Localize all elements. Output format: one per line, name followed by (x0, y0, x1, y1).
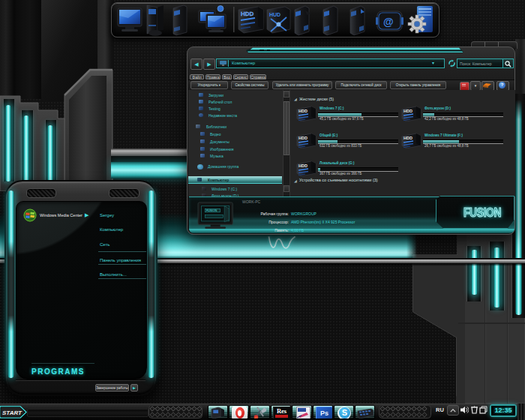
svg-text:@: @ (383, 16, 394, 28)
svg-text:HUD: HUD (269, 12, 280, 17)
svg-text:START: START (2, 410, 22, 416)
svg-text:HDD: HDD (241, 10, 254, 17)
